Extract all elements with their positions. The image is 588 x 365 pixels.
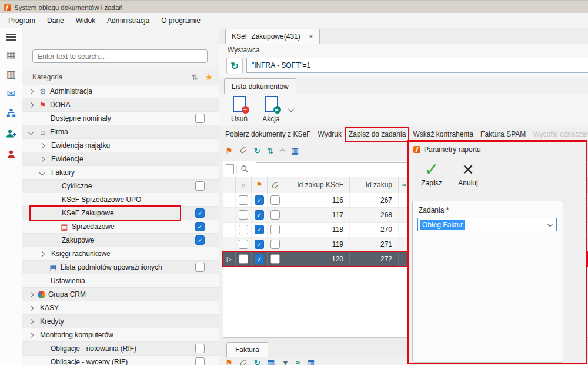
checkbox[interactable]: ✓ bbox=[255, 254, 264, 264]
checkbox[interactable]: ✓ bbox=[195, 222, 205, 231]
cell-checkbox[interactable] bbox=[268, 252, 283, 266]
column-id-zakup-ksef[interactable]: Id zakup KSeF bbox=[283, 177, 350, 193]
checkbox[interactable]: ✓ bbox=[195, 208, 205, 218]
checkbox[interactable] bbox=[195, 344, 205, 353]
tree-item-sprzedażowe[interactable]: ▤Sprzedażowe✓ bbox=[22, 220, 219, 234]
expand-icon[interactable] bbox=[28, 102, 34, 108]
column-flag-icon[interactable]: ⚑ bbox=[252, 177, 268, 193]
action-button[interactable]: ▶ Akcja bbox=[256, 96, 286, 123]
expand-icon[interactable] bbox=[39, 251, 45, 257]
tree-item-ksef-zakupowe[interactable]: KSeF Zakupowe✓ bbox=[22, 207, 219, 220]
tree-item-ustawienia[interactable]: Ustawienia bbox=[22, 274, 219, 288]
tree-item-kasy[interactable]: KASY bbox=[22, 301, 219, 315]
cell-checkbox[interactable] bbox=[236, 193, 252, 207]
tree-item-ewidencja-majątku[interactable]: Ewidencja majątku bbox=[22, 139, 219, 152]
new-document-button[interactable] bbox=[223, 164, 236, 174]
checkbox[interactable]: ✓ bbox=[255, 225, 264, 234]
checkbox[interactable] bbox=[239, 195, 248, 205]
checkbox[interactable] bbox=[270, 240, 280, 249]
cell-checkbox[interactable]: ✓ bbox=[252, 208, 268, 222]
tab-lista-dokumentow[interactable]: Lista dokumentów bbox=[224, 78, 296, 94]
save-button[interactable]: ✓ Zapisz bbox=[416, 161, 447, 187]
cell-checkbox[interactable] bbox=[236, 252, 252, 266]
delete-button[interactable]: − Usuń bbox=[224, 96, 255, 123]
tree-item-księgi-rachunkowe[interactable]: Księgi rachunkowe bbox=[22, 247, 219, 261]
checkbox[interactable] bbox=[270, 210, 280, 220]
column-attachment[interactable] bbox=[268, 177, 283, 193]
action-wydruk[interactable]: Wydruk bbox=[318, 130, 342, 138]
checkbox[interactable] bbox=[195, 263, 205, 272]
checkbox[interactable]: ✓ bbox=[255, 210, 264, 220]
tree-item-grupa-crm[interactable]: Grupa CRM bbox=[22, 288, 219, 301]
expand-icon[interactable] bbox=[28, 318, 34, 324]
tree-item-lista-podmiotów-upoważnionych[interactable]: ▤Lista podmiotów upoważnionych bbox=[22, 261, 219, 274]
checkbox[interactable]: ✓ bbox=[255, 195, 264, 205]
user-add-icon[interactable] bbox=[6, 129, 16, 140]
tab-faktura[interactable]: Faktura bbox=[226, 342, 268, 357]
cell-checkbox[interactable] bbox=[268, 208, 283, 222]
cell-checkbox[interactable] bbox=[268, 193, 283, 207]
tree-item-dora[interactable]: ⚑DORA bbox=[22, 98, 219, 112]
action-faktura-spam[interactable]: Faktura SPAM bbox=[480, 130, 526, 138]
cell-checkbox[interactable]: ✓ bbox=[252, 223, 268, 237]
cancel-button[interactable]: ✕ Anuluj bbox=[452, 161, 484, 187]
cell-checkbox[interactable]: ✓ bbox=[252, 237, 268, 251]
flag-icon[interactable]: ⚑ bbox=[225, 147, 233, 155]
checkbox[interactable] bbox=[239, 225, 248, 234]
expand-icon[interactable] bbox=[28, 291, 34, 297]
grid-search-icon[interactable]: ▦ bbox=[291, 147, 299, 155]
expand-icon[interactable] bbox=[39, 142, 45, 148]
table-icon[interactable]: ▦ bbox=[6, 50, 15, 60]
cell-checkbox[interactable] bbox=[236, 208, 252, 222]
tree-item-kredyty[interactable]: Kredyty bbox=[22, 315, 219, 328]
favorites-star-icon[interactable]: ★ bbox=[205, 72, 213, 82]
expand-icon[interactable] bbox=[28, 332, 34, 338]
tree-item-cykliczne[interactable]: Cykliczne bbox=[22, 180, 219, 193]
caret-up-icon[interactable] bbox=[280, 149, 286, 155]
funnel-icon[interactable]: ▼ bbox=[282, 359, 290, 365]
checkbox[interactable] bbox=[270, 225, 280, 234]
category-column-header[interactable]: Kategoria ⇅ ★ bbox=[22, 69, 219, 85]
sort-icon[interactable]: ⇅ bbox=[192, 73, 198, 82]
tab-close-icon[interactable]: × bbox=[309, 32, 313, 41]
grid-search-button[interactable] bbox=[236, 165, 252, 173]
collapse-icon[interactable] bbox=[28, 129, 34, 135]
cell-checkbox[interactable] bbox=[236, 223, 252, 237]
tree-item-administracja[interactable]: ⚙Administracja bbox=[22, 85, 219, 98]
checkbox[interactable] bbox=[195, 114, 205, 123]
checkbox[interactable] bbox=[239, 240, 248, 249]
tree-item-zakupowe[interactable]: Zakupowe✓ bbox=[22, 234, 219, 247]
checkbox[interactable] bbox=[239, 210, 248, 220]
mail-icon[interactable]: ✉ bbox=[6, 89, 15, 99]
tree-item-firma[interactable]: ⌂Firma bbox=[22, 125, 219, 139]
cell-checkbox[interactable] bbox=[268, 223, 283, 237]
column-id-zakup[interactable]: Id zakup bbox=[350, 177, 399, 193]
tree-item-ewidencje[interactable]: Ewidencje bbox=[22, 152, 219, 166]
paperclip-icon[interactable] bbox=[239, 359, 248, 365]
refresh-filter-button[interactable]: ↻ bbox=[226, 58, 243, 74]
user-icon[interactable] bbox=[6, 150, 16, 161]
flag-icon[interactable]: ⚑ bbox=[225, 359, 233, 365]
checkbox[interactable]: ✓ bbox=[195, 235, 205, 245]
collapse-icon[interactable] bbox=[39, 170, 45, 175]
menu-administracja[interactable]: Administracja bbox=[101, 15, 155, 26]
checkbox[interactable] bbox=[195, 357, 205, 365]
column-state-icon[interactable]: ☼ bbox=[236, 177, 252, 193]
approx-icon[interactable]: ≈ bbox=[296, 359, 300, 365]
sort-icon[interactable]: ⇅ bbox=[267, 147, 274, 155]
cell-checkbox[interactable] bbox=[268, 237, 283, 251]
zadania-combobox[interactable]: Obieg Faktur bbox=[417, 218, 557, 231]
grid-icon[interactable]: ▦ bbox=[307, 359, 315, 365]
search-input[interactable] bbox=[32, 49, 208, 63]
action-dropdown-chevron-icon[interactable] bbox=[288, 105, 294, 112]
tree-item-monitoring-komputerów[interactable]: Monitoring komputerów bbox=[22, 328, 219, 342]
checkbox[interactable] bbox=[195, 181, 205, 191]
chart-icon[interactable]: ▥ bbox=[6, 69, 15, 79]
paperclip-icon[interactable] bbox=[239, 145, 248, 156]
combo-dropdown-chevron-icon[interactable] bbox=[547, 221, 553, 227]
refresh-icon[interactable]: ↻ bbox=[254, 147, 261, 155]
refresh-icon[interactable]: ↻ bbox=[254, 359, 261, 365]
wystawca-filter-input[interactable] bbox=[246, 58, 588, 73]
menu-o-programie[interactable]: O programie bbox=[155, 15, 206, 26]
menu-program[interactable]: Program bbox=[2, 15, 41, 26]
